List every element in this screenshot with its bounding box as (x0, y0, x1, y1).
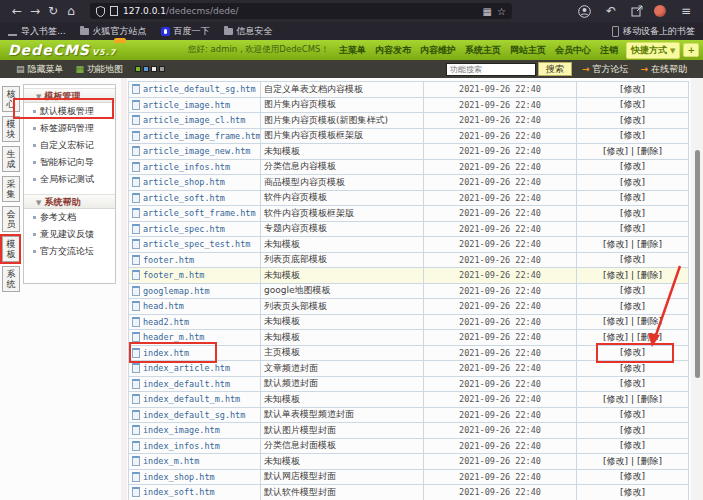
modify-link[interactable]: [修改] (620, 347, 645, 357)
modify-link[interactable]: [修改] (620, 223, 645, 233)
modify-link[interactable]: [修改] (620, 301, 645, 311)
sidebar-item-0-4[interactable]: 全局标记测试 (24, 171, 115, 188)
bookmark-item[interactable]: 百度一下 (161, 25, 210, 38)
file-link[interactable]: footer.htm (143, 255, 194, 265)
file-link[interactable]: header_m.htm (143, 332, 204, 342)
sidebar-item-1-2[interactable]: 官方交流论坛 (24, 243, 115, 260)
top-nav-item-1[interactable]: 内容发布 (375, 44, 411, 57)
page-icon[interactable] (110, 6, 118, 16)
file-link[interactable]: article_spec.htm (143, 224, 225, 234)
hide-menu-button[interactable]: ▤ 隐藏菜单 (16, 63, 64, 76)
sidebar-tab-3[interactable]: 采集 (2, 176, 20, 202)
qr-code-icon[interactable]: ▦ (483, 6, 492, 17)
sidebar-item-1-1[interactable]: 意见建议反馈 (24, 226, 115, 243)
file-link[interactable]: googlemap.htm (143, 286, 210, 296)
file-link[interactable]: index_m.htm (143, 456, 199, 466)
scrollbar-thumb[interactable] (695, 150, 700, 378)
delete-link[interactable]: [删除] (637, 239, 662, 249)
file-link[interactable]: index_infos.htm (143, 441, 220, 451)
bookmark-item[interactable]: 导入书签... (8, 25, 66, 38)
modify-link[interactable]: [修改] (620, 192, 645, 202)
top-nav-item-3[interactable]: 系统主页 (465, 44, 501, 57)
modify-link[interactable]: [修改] (603, 456, 628, 466)
sidebar-section-header-1[interactable]: ▼系统帮助 (24, 194, 115, 209)
home-icon[interactable]: ⌂ (62, 0, 80, 22)
modify-link[interactable]: [修改] (620, 115, 645, 125)
forward-icon[interactable]: → (26, 0, 44, 22)
delete-link[interactable]: [删除] (637, 270, 662, 280)
modify-link[interactable]: [修改] (603, 146, 628, 156)
file-link[interactable]: index.htm (143, 348, 189, 358)
reload-icon[interactable]: ↻ (44, 0, 62, 22)
account-icon[interactable] (578, 5, 591, 18)
sidebar-item-0-2[interactable]: 自定义宏标记 (24, 137, 115, 154)
extensions-icon[interactable] (631, 5, 643, 17)
modify-link[interactable]: [修改] (603, 270, 628, 280)
url-bar[interactable]: 127.0.0.1/dedecms/dede/ ▦ ☆ (90, 3, 512, 19)
modify-link[interactable]: [修改] (620, 130, 645, 140)
feature-map-button[interactable]: ▦ 功能地图 (76, 63, 124, 76)
sidebar-section-header-0[interactable]: ▼模板管理 (24, 88, 115, 103)
bookmark-item[interactable]: 火狐官方站点 (80, 25, 147, 38)
search-button[interactable]: 搜索 (538, 62, 572, 76)
modify-link[interactable]: [修改] (620, 440, 645, 450)
file-link[interactable]: article_soft_frame.htm (143, 208, 256, 218)
back-icon[interactable]: ← (8, 0, 26, 22)
file-link[interactable]: index_shop.htm (143, 472, 215, 482)
shortcut-button[interactable]: 快捷方式 ▼ (626, 42, 681, 59)
modify-link[interactable]: [修改] (620, 254, 645, 264)
modify-link[interactable]: [修改] (620, 487, 645, 497)
modify-link[interactable]: [修改] (603, 316, 628, 326)
modify-link[interactable]: [修改] (620, 285, 645, 295)
top-nav-item-6[interactable]: 注销 (600, 44, 618, 57)
modify-link[interactable]: [修改] (620, 409, 645, 419)
file-link[interactable]: index_article.htm (143, 363, 230, 373)
modify-link[interactable]: [修改] (620, 378, 645, 388)
modify-link[interactable]: [修改] (620, 84, 645, 94)
file-link[interactable]: article_image_frame.htm (143, 131, 261, 141)
sidebar-item-0-0[interactable]: 默认模板管理 (24, 103, 115, 120)
file-link[interactable]: index_soft.htm (143, 487, 215, 497)
delete-link[interactable]: [删除] (637, 146, 662, 156)
file-link[interactable]: article_soft.htm (143, 193, 225, 203)
delete-link[interactable]: [删除] (637, 394, 662, 404)
file-link[interactable]: index_default_m.htm (143, 394, 240, 404)
menu-icon[interactable]: ≡ (677, 0, 695, 22)
delete-link[interactable]: [删除] (637, 316, 662, 326)
top-nav-item-5[interactable]: 会员中心 (555, 44, 591, 57)
file-link[interactable]: index_default.htm (143, 379, 230, 389)
modify-link[interactable]: [修改] (603, 332, 628, 342)
modify-link[interactable]: [修改] (620, 363, 645, 373)
modify-link[interactable]: [修改] (603, 239, 628, 249)
sidebar-tab-5[interactable]: 模板 (2, 236, 20, 262)
help-link[interactable]: → 在线帮助 (640, 63, 687, 76)
modify-link[interactable]: [修改] (620, 425, 645, 435)
file-link[interactable]: article_image_cl.htm (143, 115, 245, 125)
file-link[interactable]: article_image.htm (143, 100, 230, 110)
modify-link[interactable]: [修改] (620, 177, 645, 187)
bookmark-star-icon[interactable]: ☆ (497, 6, 506, 17)
sidebar-tab-2[interactable]: 生成 (2, 146, 20, 172)
modify-link[interactable]: [修改] (620, 208, 645, 218)
forum-link[interactable]: → 官方论坛 (582, 63, 629, 76)
sidebar-tab-4[interactable]: 会员 (2, 206, 20, 232)
skin-swatch-3[interactable] (159, 66, 165, 72)
delete-link[interactable]: [删除] (637, 332, 662, 342)
file-link[interactable]: index_image.htm (143, 425, 220, 435)
top-nav-item-2[interactable]: 内容维护 (420, 44, 456, 57)
sync-arrow-icon[interactable]: ↶ (602, 0, 620, 22)
sidebar-item-0-3[interactable]: 智能标记向导 (24, 154, 115, 171)
function-search-input[interactable] (446, 63, 536, 76)
skin-swatch-1[interactable] (143, 66, 149, 72)
delete-link[interactable]: [删除] (637, 456, 662, 466)
profile-avatar[interactable] (654, 5, 666, 17)
file-link[interactable]: head2.htm (143, 317, 189, 327)
sidebar-item-1-0[interactable]: 参考文档 (24, 209, 115, 226)
shield-icon[interactable] (96, 6, 105, 17)
sidebar-tab-6[interactable]: 系统 (2, 266, 20, 292)
sidebar-item-0-1[interactable]: 标签源码管理 (24, 120, 115, 137)
top-nav-item-0[interactable]: 主菜单 (339, 44, 366, 57)
file-link[interactable]: article_infos.htm (143, 162, 230, 172)
skin-swatch-2[interactable] (151, 66, 157, 72)
file-link[interactable]: head.htm (143, 301, 184, 311)
